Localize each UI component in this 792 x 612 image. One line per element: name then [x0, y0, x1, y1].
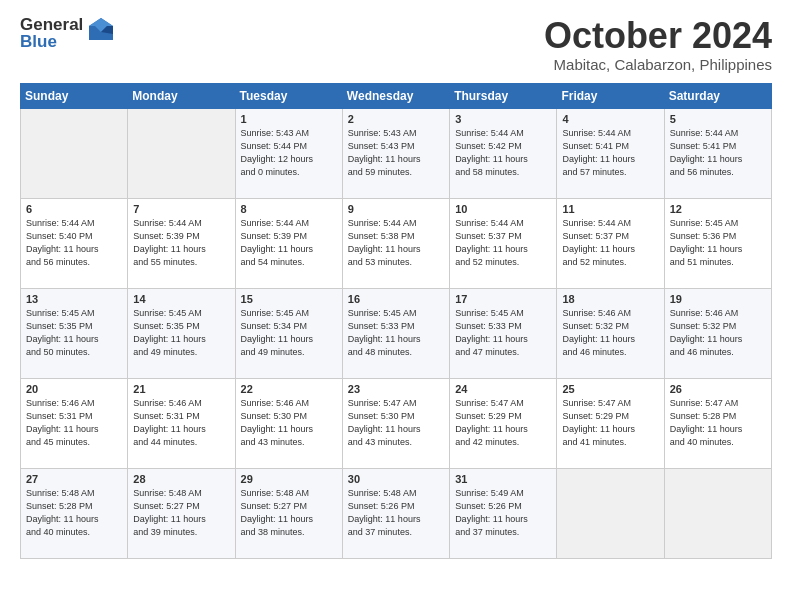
calendar-cell: 20Sunrise: 5:46 AM Sunset: 5:31 PM Dayli…	[21, 378, 128, 468]
calendar-cell: 31Sunrise: 5:49 AM Sunset: 5:26 PM Dayli…	[450, 468, 557, 558]
calendar-cell: 3Sunrise: 5:44 AM Sunset: 5:42 PM Daylig…	[450, 108, 557, 198]
day-info: Sunrise: 5:45 AM Sunset: 5:33 PM Dayligh…	[455, 307, 551, 359]
day-number: 8	[241, 203, 337, 215]
header-row: Sunday Monday Tuesday Wednesday Thursday…	[21, 83, 772, 108]
day-info: Sunrise: 5:46 AM Sunset: 5:32 PM Dayligh…	[562, 307, 658, 359]
day-number: 16	[348, 293, 444, 305]
subtitle: Mabitac, Calabarzon, Philippines	[544, 56, 772, 73]
calendar-cell	[21, 108, 128, 198]
day-number: 3	[455, 113, 551, 125]
col-monday: Monday	[128, 83, 235, 108]
day-number: 24	[455, 383, 551, 395]
calendar-cell: 1Sunrise: 5:43 AM Sunset: 5:44 PM Daylig…	[235, 108, 342, 198]
day-info: Sunrise: 5:44 AM Sunset: 5:42 PM Dayligh…	[455, 127, 551, 179]
col-wednesday: Wednesday	[342, 83, 449, 108]
day-info: Sunrise: 5:43 AM Sunset: 5:44 PM Dayligh…	[241, 127, 337, 179]
logo-text: General Blue	[20, 16, 83, 50]
day-info: Sunrise: 5:44 AM Sunset: 5:37 PM Dayligh…	[562, 217, 658, 269]
day-info: Sunrise: 5:44 AM Sunset: 5:38 PM Dayligh…	[348, 217, 444, 269]
day-info: Sunrise: 5:44 AM Sunset: 5:39 PM Dayligh…	[133, 217, 229, 269]
day-number: 13	[26, 293, 122, 305]
day-info: Sunrise: 5:47 AM Sunset: 5:29 PM Dayligh…	[455, 397, 551, 449]
calendar-cell: 9Sunrise: 5:44 AM Sunset: 5:38 PM Daylig…	[342, 198, 449, 288]
day-info: Sunrise: 5:45 AM Sunset: 5:35 PM Dayligh…	[133, 307, 229, 359]
day-info: Sunrise: 5:44 AM Sunset: 5:37 PM Dayligh…	[455, 217, 551, 269]
calendar-cell: 11Sunrise: 5:44 AM Sunset: 5:37 PM Dayli…	[557, 198, 664, 288]
logo-blue: Blue	[20, 33, 83, 50]
day-info: Sunrise: 5:43 AM Sunset: 5:43 PM Dayligh…	[348, 127, 444, 179]
logo-icon	[87, 16, 115, 48]
calendar-cell: 24Sunrise: 5:47 AM Sunset: 5:29 PM Dayli…	[450, 378, 557, 468]
day-number: 1	[241, 113, 337, 125]
calendar-cell: 8Sunrise: 5:44 AM Sunset: 5:39 PM Daylig…	[235, 198, 342, 288]
day-info: Sunrise: 5:45 AM Sunset: 5:34 PM Dayligh…	[241, 307, 337, 359]
day-number: 2	[348, 113, 444, 125]
calendar-cell: 13Sunrise: 5:45 AM Sunset: 5:35 PM Dayli…	[21, 288, 128, 378]
calendar-cell	[664, 468, 771, 558]
day-number: 28	[133, 473, 229, 485]
calendar-week-5: 27Sunrise: 5:48 AM Sunset: 5:28 PM Dayli…	[21, 468, 772, 558]
logo: General Blue	[20, 16, 115, 50]
calendar-cell: 16Sunrise: 5:45 AM Sunset: 5:33 PM Dayli…	[342, 288, 449, 378]
calendar-cell: 29Sunrise: 5:48 AM Sunset: 5:27 PM Dayli…	[235, 468, 342, 558]
day-number: 5	[670, 113, 766, 125]
calendar-cell: 14Sunrise: 5:45 AM Sunset: 5:35 PM Dayli…	[128, 288, 235, 378]
calendar-cell: 30Sunrise: 5:48 AM Sunset: 5:26 PM Dayli…	[342, 468, 449, 558]
calendar-week-4: 20Sunrise: 5:46 AM Sunset: 5:31 PM Dayli…	[21, 378, 772, 468]
day-number: 25	[562, 383, 658, 395]
header: General Blue October 2024 Mabitac, Calab…	[20, 16, 772, 73]
day-info: Sunrise: 5:48 AM Sunset: 5:26 PM Dayligh…	[348, 487, 444, 539]
day-number: 14	[133, 293, 229, 305]
calendar-cell: 10Sunrise: 5:44 AM Sunset: 5:37 PM Dayli…	[450, 198, 557, 288]
day-info: Sunrise: 5:45 AM Sunset: 5:35 PM Dayligh…	[26, 307, 122, 359]
col-saturday: Saturday	[664, 83, 771, 108]
day-number: 17	[455, 293, 551, 305]
calendar-week-3: 13Sunrise: 5:45 AM Sunset: 5:35 PM Dayli…	[21, 288, 772, 378]
day-info: Sunrise: 5:48 AM Sunset: 5:28 PM Dayligh…	[26, 487, 122, 539]
day-number: 7	[133, 203, 229, 215]
calendar-cell	[557, 468, 664, 558]
day-number: 29	[241, 473, 337, 485]
day-number: 26	[670, 383, 766, 395]
calendar-cell: 28Sunrise: 5:48 AM Sunset: 5:27 PM Dayli…	[128, 468, 235, 558]
day-number: 10	[455, 203, 551, 215]
calendar-cell: 15Sunrise: 5:45 AM Sunset: 5:34 PM Dayli…	[235, 288, 342, 378]
col-sunday: Sunday	[21, 83, 128, 108]
logo-general: General	[20, 16, 83, 33]
day-number: 31	[455, 473, 551, 485]
day-number: 21	[133, 383, 229, 395]
day-number: 19	[670, 293, 766, 305]
day-number: 15	[241, 293, 337, 305]
day-info: Sunrise: 5:44 AM Sunset: 5:41 PM Dayligh…	[562, 127, 658, 179]
day-info: Sunrise: 5:45 AM Sunset: 5:33 PM Dayligh…	[348, 307, 444, 359]
page-container: General Blue October 2024 Mabitac, Calab…	[0, 0, 792, 569]
month-title: October 2024	[544, 16, 772, 56]
calendar-cell: 23Sunrise: 5:47 AM Sunset: 5:30 PM Dayli…	[342, 378, 449, 468]
calendar-cell: 17Sunrise: 5:45 AM Sunset: 5:33 PM Dayli…	[450, 288, 557, 378]
calendar-cell: 18Sunrise: 5:46 AM Sunset: 5:32 PM Dayli…	[557, 288, 664, 378]
day-number: 12	[670, 203, 766, 215]
day-info: Sunrise: 5:45 AM Sunset: 5:36 PM Dayligh…	[670, 217, 766, 269]
day-info: Sunrise: 5:46 AM Sunset: 5:30 PM Dayligh…	[241, 397, 337, 449]
calendar-cell: 21Sunrise: 5:46 AM Sunset: 5:31 PM Dayli…	[128, 378, 235, 468]
day-number: 23	[348, 383, 444, 395]
day-number: 22	[241, 383, 337, 395]
calendar-cell: 27Sunrise: 5:48 AM Sunset: 5:28 PM Dayli…	[21, 468, 128, 558]
day-info: Sunrise: 5:46 AM Sunset: 5:31 PM Dayligh…	[133, 397, 229, 449]
day-number: 6	[26, 203, 122, 215]
day-info: Sunrise: 5:48 AM Sunset: 5:27 PM Dayligh…	[133, 487, 229, 539]
day-info: Sunrise: 5:47 AM Sunset: 5:28 PM Dayligh…	[670, 397, 766, 449]
calendar-cell: 26Sunrise: 5:47 AM Sunset: 5:28 PM Dayli…	[664, 378, 771, 468]
day-number: 11	[562, 203, 658, 215]
col-friday: Friday	[557, 83, 664, 108]
day-info: Sunrise: 5:46 AM Sunset: 5:31 PM Dayligh…	[26, 397, 122, 449]
day-info: Sunrise: 5:48 AM Sunset: 5:27 PM Dayligh…	[241, 487, 337, 539]
col-tuesday: Tuesday	[235, 83, 342, 108]
day-info: Sunrise: 5:47 AM Sunset: 5:30 PM Dayligh…	[348, 397, 444, 449]
calendar-cell: 5Sunrise: 5:44 AM Sunset: 5:41 PM Daylig…	[664, 108, 771, 198]
calendar-week-1: 1Sunrise: 5:43 AM Sunset: 5:44 PM Daylig…	[21, 108, 772, 198]
day-number: 4	[562, 113, 658, 125]
calendar-cell	[128, 108, 235, 198]
day-number: 18	[562, 293, 658, 305]
day-info: Sunrise: 5:44 AM Sunset: 5:39 PM Dayligh…	[241, 217, 337, 269]
